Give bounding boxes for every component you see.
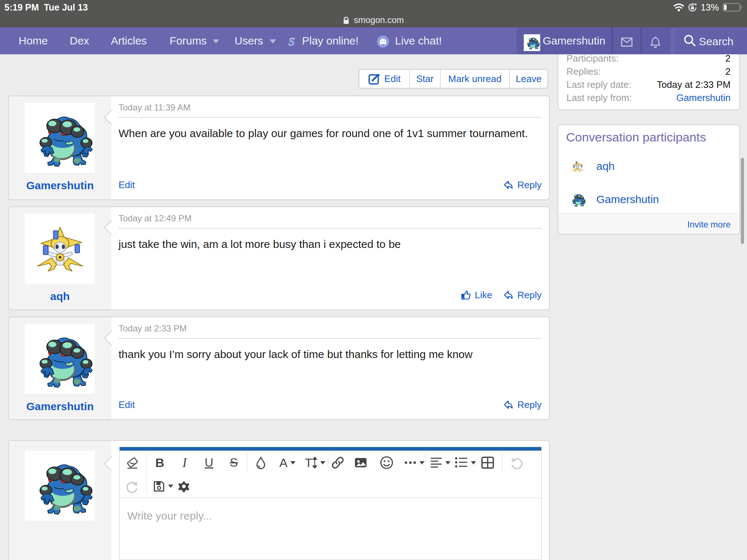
svg-text:S: S [289, 36, 295, 48]
